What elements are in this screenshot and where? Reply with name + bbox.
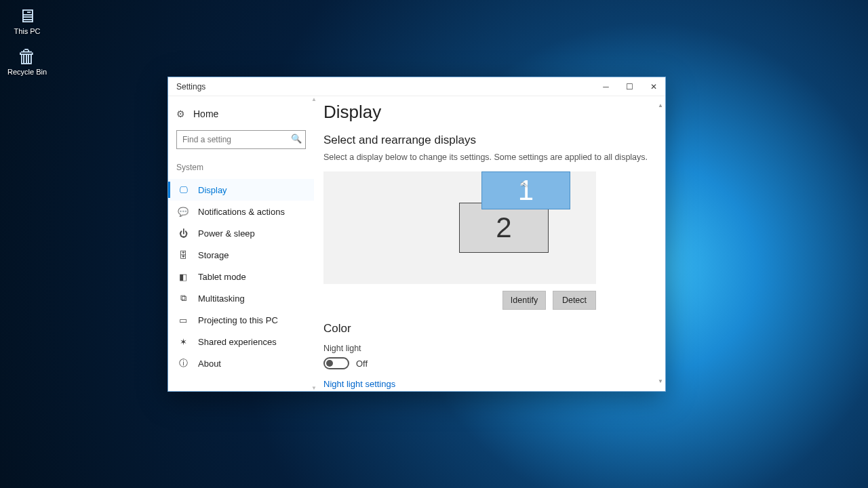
monitor-number: 2 — [496, 211, 511, 244]
shared-icon: ✶ — [178, 337, 189, 347]
titlebar[interactable]: Settings ─ ☐ ✕ — [168, 77, 665, 96]
recycle-bin-icon: 🗑 — [3, 46, 51, 68]
sidebar-item-power[interactable]: ⏻ Power & sleep — [168, 222, 314, 244]
sidebar-item-label: Power & sleep — [198, 228, 255, 239]
sidebar-item-notifications[interactable]: 💬 Notifications & actions — [168, 201, 314, 222]
storage-icon: 🗄 — [178, 250, 189, 260]
close-button[interactable]: ✕ — [642, 77, 665, 96]
sidebar-item-label: Notifications & actions — [198, 207, 285, 217]
multitasking-icon: ⧉ — [178, 293, 189, 304]
sidebar-item-storage[interactable]: 🗄 Storage — [168, 244, 314, 266]
desktop-icon-label: This PC — [3, 27, 51, 35]
search-container: 🔍 — [176, 130, 306, 149]
sidebar-item-tablet[interactable]: ◧ Tablet mode — [168, 266, 314, 287]
main-content: Display Select and rearrange displays Se… — [314, 96, 665, 391]
display-arrangement-area[interactable]: 2 1 ↖ — [323, 171, 596, 284]
section-heading-rearrange: Select and rearrange displays — [323, 134, 649, 152]
sidebar-item-label: Projecting to this PC — [198, 315, 278, 325]
power-icon: ⏻ — [178, 228, 189, 239]
desktop-icon-label: Recycle Bin — [3, 68, 51, 76]
gear-icon: ⚙ — [176, 108, 185, 119]
sidebar-item-display[interactable]: 🖵 Display — [168, 179, 314, 201]
sidebar-item-about[interactable]: ⓘ About — [168, 352, 314, 374]
sidebar-nav: ▲ 🖵 Display 💬 Notifications & actions ⏻ … — [168, 179, 314, 374]
minimize-button[interactable]: ─ — [594, 77, 618, 96]
sidebar-item-label: Display — [198, 185, 227, 195]
toggle-knob — [326, 360, 333, 367]
search-input[interactable] — [176, 130, 306, 149]
sidebar-item-shared[interactable]: ✶ Shared experiences — [168, 331, 314, 352]
monitor-1[interactable]: 1 — [481, 171, 570, 209]
notifications-icon: 💬 — [178, 207, 189, 217]
detect-button[interactable]: Detect — [553, 291, 596, 310]
sidebar: ⚙ Home 🔍 System ▲ 🖵 Display 💬 Notificati… — [168, 96, 314, 391]
tablet-icon: ◧ — [178, 272, 189, 282]
desktop-icon-this-pc[interactable]: 🖥 This PC — [3, 5, 51, 35]
night-light-state: Off — [356, 359, 368, 369]
scrollbar[interactable]: ▲ ▼ — [658, 103, 663, 384]
home-label: Home — [193, 108, 218, 119]
sidebar-item-label: Shared experiences — [198, 337, 277, 347]
maximize-button[interactable]: ☐ — [618, 77, 642, 96]
settings-window: Settings ─ ☐ ✕ ⚙ Home 🔍 System ▲ 🖵 Displ… — [167, 77, 666, 392]
projecting-icon: ▭ — [178, 315, 189, 325]
window-buttons: ─ ☐ ✕ — [594, 77, 665, 96]
sidebar-item-label: Tablet mode — [198, 272, 246, 282]
monitor-2[interactable]: 2 — [459, 203, 549, 253]
night-light-label: Night light — [323, 338, 649, 357]
chevron-down-icon: ▼ — [658, 379, 663, 384]
sidebar-item-projecting[interactable]: ▭ Projecting to this PC — [168, 309, 314, 331]
home-button[interactable]: ⚙ Home — [168, 103, 314, 125]
sidebar-item-multitasking[interactable]: ⧉ Multitasking — [168, 287, 314, 309]
window-title: Settings — [176, 82, 205, 92]
display-icon: 🖵 — [178, 185, 189, 195]
night-light-toggle[interactable] — [323, 357, 349, 369]
sidebar-item-label: About — [198, 359, 221, 369]
display-buttons: Identify Detect — [323, 284, 596, 310]
page-heading: Display — [323, 96, 649, 134]
chevron-up-icon: ▲ — [658, 103, 663, 108]
section-description: Select a display below to change its set… — [323, 152, 649, 171]
night-light-settings-link[interactable]: Night light settings — [323, 376, 649, 389]
section-heading-color: Color — [323, 310, 649, 338]
info-icon: ⓘ — [178, 357, 189, 369]
sidebar-item-label: Storage — [198, 250, 229, 260]
sidebar-item-label: Multitasking — [198, 293, 245, 304]
desktop-icon-recycle-bin[interactable]: 🗑 Recycle Bin — [3, 46, 51, 76]
identify-button[interactable]: Identify — [502, 291, 546, 310]
sidebar-section-label: System — [168, 159, 314, 179]
computer-icon: 🖥 — [3, 5, 51, 27]
